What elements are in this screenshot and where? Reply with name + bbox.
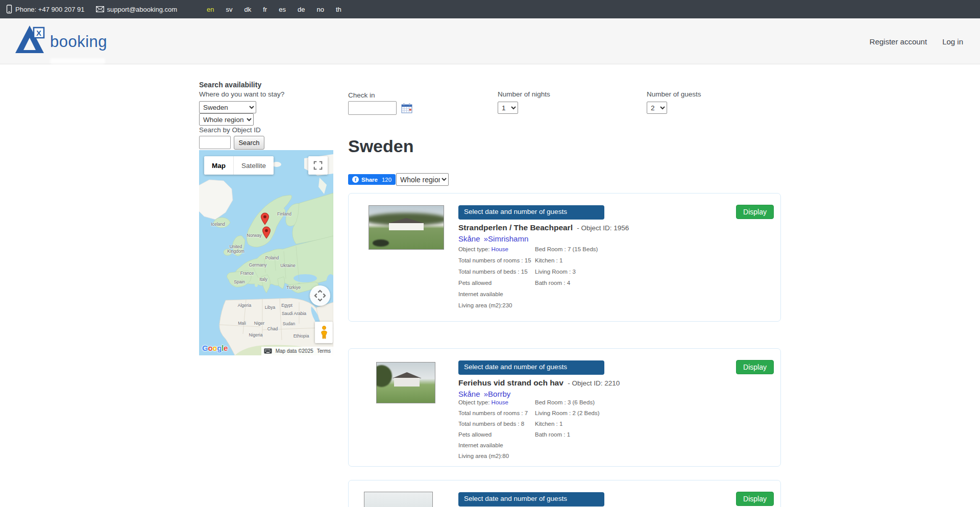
object-id-input[interactable] (199, 136, 231, 149)
map-canvas[interactable]: Map Satellite Google (199, 150, 333, 355)
map-country-label: Poland (265, 256, 279, 260)
listing-title-row: Strandperlen / The Beachpearl - Object I… (458, 223, 629, 232)
listing-title-link[interactable]: Feriehus vid strand och hav (458, 378, 564, 387)
fullscreen-button[interactable] (308, 156, 328, 175)
region-select[interactable]: Whole region (199, 113, 254, 126)
email-icon (96, 6, 104, 12)
pan-arrows-icon (310, 285, 330, 306)
logo-tagline (50, 58, 105, 64)
object-id-label: Search by Object ID (199, 126, 261, 134)
listing-details: Object type: House Bed Room : 7 (15 Beds… (458, 246, 765, 313)
map-country-label: Sudan (283, 322, 296, 326)
language-fr[interactable]: fr (263, 6, 267, 13)
photo-scene (369, 206, 444, 249)
detail-cell: Living area (m2):230 (458, 302, 535, 313)
map-country-label: Germany (249, 263, 267, 268)
map-country-label: Iceland (211, 222, 225, 227)
map-country-label: Ethiopia (293, 334, 309, 339)
detail-cell (535, 453, 765, 464)
listing-location: Skåne »Simrishamn (458, 234, 530, 243)
display-button[interactable]: Display (736, 492, 774, 506)
logo-a-mark: X (15, 25, 49, 53)
calendar-icon[interactable] (401, 103, 412, 113)
header-links: Register account Log in (870, 18, 963, 64)
display-button[interactable]: Display (736, 205, 774, 219)
listing-title-link[interactable]: Strandperlen / The Beachpearl (458, 223, 573, 232)
detail-cell: Total numbers of beds : 8 (458, 421, 535, 431)
map-country-label: Nigeria (249, 333, 263, 337)
map-tab-button[interactable]: Map (204, 156, 234, 175)
fullscreen-icon (312, 160, 324, 171)
google-logo-text[interactable]: Google (202, 344, 228, 352)
language-es[interactable]: es (279, 6, 286, 13)
site-header: X booking Register account Log in (0, 18, 980, 64)
login-link[interactable]: Log in (942, 37, 963, 46)
display-button[interactable]: Display (736, 360, 774, 374)
language-th[interactable]: th (336, 6, 341, 13)
checkin-label: Check in (348, 91, 375, 99)
where-to-stay-label: Where do you want to stay? (199, 90, 284, 98)
language-switcher: en sv dk fr es de no th (207, 6, 341, 13)
facebook-icon: f (352, 176, 359, 183)
svg-text:X: X (36, 29, 41, 37)
topbar: Phone: +47 900 207 91 support@abooking.c… (0, 0, 980, 18)
street-view-pegman[interactable] (315, 322, 333, 343)
map-country-label: Finland (277, 212, 291, 216)
region-link[interactable]: Skåne (458, 234, 480, 243)
select-date-banner[interactable]: Select date and number of guests (458, 360, 604, 375)
map-country-label: Chad (267, 327, 278, 331)
site-logo[interactable]: X booking (15, 25, 107, 53)
map-marker-icon[interactable] (261, 212, 270, 228)
guests-select[interactable]: 2 (647, 102, 667, 114)
share-count: 120 (382, 177, 391, 183)
listing-title-row: Feriehus vid strand och hav - Object ID:… (458, 378, 620, 388)
support-email-link[interactable]: support@abooking.com (107, 6, 178, 13)
map-pan-control[interactable] (310, 285, 330, 306)
select-date-banner[interactable]: Select date and number of guests (458, 205, 604, 220)
detail-cell: Bed Room : 7 (15 Beds) (535, 246, 765, 257)
listing-photo[interactable] (369, 205, 444, 250)
region-link[interactable]: Skåne (458, 390, 480, 398)
language-dk[interactable]: dk (244, 6, 252, 13)
detail-cell (535, 302, 765, 313)
logo-wordmark: booking (50, 33, 107, 51)
language-en[interactable]: en (207, 6, 214, 13)
register-account-link[interactable]: Register account (870, 37, 927, 46)
keyboard-icon[interactable] (264, 348, 272, 354)
detail-cell: Living area (m2):80 (458, 453, 535, 464)
map-country-label: Türkiye (286, 285, 301, 290)
listing-photo[interactable] (376, 362, 435, 403)
detail-cell: Internet available (458, 442, 535, 453)
checkin-input[interactable] (348, 101, 397, 115)
map-country-label: Libya (265, 305, 275, 310)
map-terms-link[interactable]: Terms (317, 348, 331, 354)
detail-cell: Pets allowed (458, 431, 535, 442)
results-region-select[interactable]: Whole region (396, 173, 449, 186)
map-land-shapes (199, 150, 333, 355)
phone-number: Phone: +47 900 207 91 (15, 6, 85, 13)
select-date-banner[interactable]: Select date and number of guests (458, 492, 604, 506)
language-de[interactable]: de (298, 6, 305, 13)
detail-cell: Pets allowed (458, 280, 535, 291)
facebook-share-button[interactable]: f Share 120 (348, 174, 396, 185)
map-country-label: Ukraine (280, 263, 295, 268)
map-country-label: Spain (234, 280, 245, 284)
object-type-link[interactable]: House (492, 246, 508, 252)
country-select[interactable]: Sweden (199, 101, 256, 113)
map-country-label: Mali (238, 321, 246, 326)
listing-card: Select date and number of guests Strandp… (348, 193, 781, 322)
language-sv[interactable]: sv (226, 6, 233, 13)
place-link[interactable]: »Simrishamn (484, 234, 529, 243)
object-type-link[interactable]: House (492, 399, 508, 405)
search-button[interactable]: Search (234, 136, 264, 150)
language-no[interactable]: no (316, 6, 324, 13)
pegman-icon (319, 325, 329, 340)
detail-cell (535, 291, 765, 302)
place-link[interactable]: »Borrby (484, 390, 511, 398)
listing-photo[interactable] (364, 492, 433, 507)
satellite-tab-button[interactable]: Satellite (234, 156, 274, 175)
listing-details: Object type: House Bed Room : 3 (6 Beds)… (458, 399, 765, 464)
map-marker-icon[interactable] (262, 226, 271, 242)
results-heading: Sweden (348, 136, 413, 156)
nights-select[interactable]: 1 (498, 102, 518, 114)
